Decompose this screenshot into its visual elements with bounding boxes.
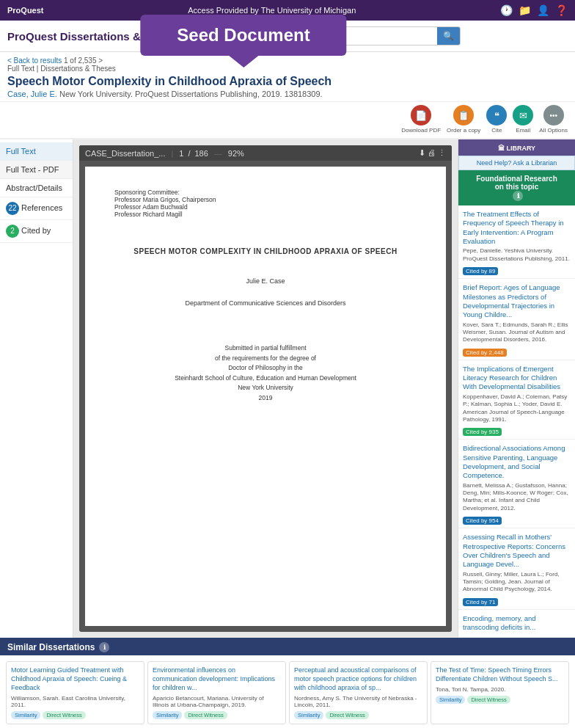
- research-item-3-authors: Koppenhaver, David A.; Coleman, Patsy P.…: [463, 393, 571, 424]
- all-options-button[interactable]: ••• All Options: [539, 105, 568, 134]
- proquest-logo: ProQuest: [7, 6, 44, 15]
- similar-card-3: Perceptual and acoustical comparisons of…: [289, 661, 428, 724]
- clock-icon[interactable]: 🕐: [500, 4, 513, 16]
- research-item-4-badge: Cited by 954: [463, 517, 502, 525]
- foundational-research-header: Foundational Research on this topic ℹ: [458, 170, 575, 205]
- email-button[interactable]: ✉ Email: [513, 105, 533, 134]
- similar-dissertations-section: Similar Dissertations ℹ Motor Learning G…: [0, 638, 575, 728]
- order-copy-button[interactable]: 📋 Order a copy: [447, 105, 480, 134]
- main-content: Full Text Full Text - PDF Abstract/Detai…: [0, 139, 575, 638]
- sidebar-item-full-text[interactable]: Full Text: [0, 142, 73, 161]
- pdf-submission-text: Submitted in partial fulfillment of the …: [175, 343, 356, 404]
- pdf-toolbar: CASE_Dissertation_... | 1 / 186 — 92% ⬇ …: [79, 145, 452, 161]
- pdf-main-title: SPEECH MOTOR COMPLEXITY IN CHILDHOOD APR…: [133, 247, 397, 255]
- result-count: 1 of 2,535 >: [64, 57, 103, 65]
- pdf-filename: CASE_Dissertation_...: [85, 149, 165, 158]
- similar-dissertations-header: Similar Dissertations ℹ: [0, 638, 575, 655]
- similar-card-1-title[interactable]: Motor Learning Guided Treatment with Chi…: [11, 666, 139, 692]
- library-branding: 🏛 LIBRARY: [458, 139, 575, 156]
- doc-type: Full Text | Dissertations & Theses: [7, 65, 116, 73]
- research-item-2: Brief Report: Ages of Language Milestone…: [458, 279, 575, 360]
- pdf-author: Julie E. Case: [246, 277, 285, 285]
- right-sidebar: 🏛 LIBRARY Need Help? Ask a Librarian Fou…: [458, 139, 575, 638]
- cite-button[interactable]: ❝ Cite: [486, 105, 507, 134]
- pdf-page-content: Sponsoring Committee: Professor Maria Gr…: [85, 167, 446, 626]
- help-icon[interactable]: ❓: [555, 4, 568, 16]
- research-item-1-title[interactable]: The Treatment Effects of Frequency of Sp…: [463, 210, 571, 246]
- left-sidebar: Full Text Full Text - PDF Abstract/Detai…: [0, 139, 73, 638]
- research-item-2-authors: Kover, Sara T.; Edmunds, Sarah R.; Ellis…: [463, 321, 571, 344]
- sidebar-item-cited-by[interactable]: 2Cited by: [0, 220, 73, 243]
- action-icons-row: 📄 Download PDF 📋 Order a copy ❝ Cite ✉ E…: [0, 102, 575, 139]
- sidebar-item-full-text-pdf[interactable]: Full Text - PDF: [0, 161, 73, 179]
- research-item-1: The Treatment Effects of Frequency of Sp…: [458, 205, 575, 279]
- research-item-3-title[interactable]: The Implications of Emergent Literacy Re…: [463, 365, 571, 392]
- research-item-3-badge: Cited by 935: [463, 428, 502, 436]
- similar-card-2-author: Aparicio Betancourt, Mariana. University…: [153, 695, 281, 708]
- committee-info: Sponsoring Committee: Professor Maria Gr…: [114, 189, 216, 218]
- research-item-3: The Implications of Emergent Literacy Re…: [458, 360, 575, 440]
- similar-dissertations-label: Similar Dissertations: [7, 642, 95, 652]
- research-item-1-badge: Cited by 89: [463, 267, 498, 275]
- research-item-5: Assessing Recall in Mothers' Retrospecti…: [458, 528, 575, 610]
- references-badge: 22: [6, 202, 19, 215]
- similar-card-4-title[interactable]: The Test of Time: Speech Timing Errors D…: [436, 666, 564, 683]
- document-author: Case, Julie E. New York University. ProQ…: [7, 90, 568, 98]
- sidebar-item-abstract[interactable]: Abstract/Details: [0, 179, 73, 197]
- foundational-research-list: The Treatment Effects of Frequency of Sp…: [458, 205, 575, 638]
- sidebar-item-references[interactable]: 22References: [0, 197, 73, 220]
- access-notice: Access Provided by The University of Mic…: [188, 6, 356, 15]
- research-item-1-authors: Pepe, Danielle. Yeshiva University. ProQ…: [463, 247, 571, 263]
- folder-icon[interactable]: 📁: [519, 4, 531, 16]
- similar-card-3-author: Nordness, Amy S. The University of Nebra…: [294, 695, 422, 708]
- research-item-6-title[interactable]: Encoding, memory, and transcoding defici…: [463, 614, 571, 633]
- research-item-2-badge: Cited by 2,448: [463, 349, 507, 357]
- document-title: Speech Motor Complexity in Childhood Apr…: [7, 75, 568, 88]
- cited-by-badge: 2: [6, 225, 19, 238]
- similar-card-3-title[interactable]: Perceptual and acoustical comparisons of…: [294, 666, 422, 692]
- similar-card-1-badge-direct: Direct Witness: [43, 711, 85, 719]
- author-link[interactable]: Case, Julie E.: [7, 90, 59, 98]
- research-item-2-title[interactable]: Brief Report: Ages of Language Milestone…: [463, 283, 571, 319]
- similar-card-3-badge-direct: Direct Witness: [326, 711, 368, 719]
- research-item-5-authors: Russell, Ginny; Miller, Laura L.; Ford, …: [463, 571, 571, 594]
- similar-card-2-title[interactable]: Environmental influences on communicatio…: [153, 666, 281, 692]
- similar-card-1: Motor Learning Guided Treatment with Chi…: [6, 661, 144, 724]
- research-item-4-authors: Barnett, Melissa A.; Gustafsson, Hanna; …: [463, 482, 571, 513]
- similar-cards-list: Motor Learning Guided Treatment with Chi…: [0, 655, 575, 728]
- pdf-page: 1: [179, 149, 183, 158]
- pdf-page-separator: /: [188, 149, 190, 158]
- research-item-4: Bidirectional Associations Among Sensiti…: [458, 440, 575, 528]
- research-item-4-title[interactable]: Bidirectional Associations Among Sensiti…: [463, 444, 571, 480]
- user-icon[interactable]: 👤: [537, 4, 549, 16]
- need-help-banner[interactable]: Need Help? Ask a Librarian: [458, 156, 575, 170]
- seed-banner: Seed Document: [140, 15, 346, 56]
- research-item-6: Encoding, memory, and transcoding defici…: [458, 610, 575, 638]
- research-item-5-badge: Cited by 71: [463, 598, 498, 606]
- similar-card-4-badge-direct: Direct Witness: [467, 696, 510, 704]
- nav-icons: 🕐 📁 👤 ❓: [500, 4, 568, 16]
- similar-card-1-badge-similarity: Similarity: [11, 711, 40, 719]
- similar-card-2: Environmental influences on communicatio…: [147, 661, 286, 724]
- back-to-results-link[interactable]: < Back to results: [7, 57, 62, 65]
- similar-card-4: The Test of Time: Speech Timing Errors D…: [431, 661, 569, 724]
- pdf-department: Department of Communicative Sciences and…: [185, 299, 345, 307]
- similar-info-icon[interactable]: ℹ: [99, 642, 109, 652]
- similar-card-2-badge-similarity: Similarity: [153, 711, 182, 719]
- download-pdf-button[interactable]: 📄 Download PDF: [401, 105, 441, 134]
- foundational-info-icon[interactable]: ℹ: [513, 191, 523, 201]
- similar-card-1-author: Williamson, Sarah. East Carolina Univers…: [11, 695, 139, 708]
- research-item-5-title[interactable]: Assessing Recall in Mothers' Retrospecti…: [463, 533, 571, 569]
- pdf-viewer: CASE_Dissertation_... | 1 / 186 — 92% ⬇ …: [79, 145, 452, 632]
- similar-card-4-author: Tona, Tori N. Tampa, 2020.: [436, 686, 564, 693]
- pdf-total-pages: 186: [194, 149, 208, 158]
- similar-card-2-badge-direct: Direct Witness: [184, 711, 227, 719]
- library-logo: 🏛 LIBRARY: [498, 145, 535, 152]
- pdf-zoom: 92%: [228, 149, 244, 158]
- similar-card-3-badge-similarity: Similarity: [294, 711, 323, 719]
- similar-card-4-badge-similarity: Similarity: [436, 696, 465, 704]
- search-button[interactable]: 🔍: [437, 27, 460, 45]
